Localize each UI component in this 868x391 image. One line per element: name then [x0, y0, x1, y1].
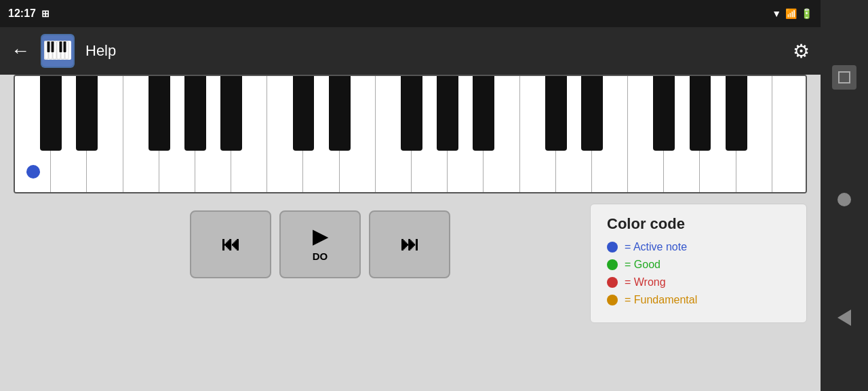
prev-button[interactable]: ⏮ — [190, 210, 271, 278]
color-dot — [607, 259, 618, 270]
color-label: = Active note — [625, 241, 687, 253]
color-dot — [607, 242, 618, 253]
piano-container — [14, 75, 807, 193]
black-key[interactable] — [437, 76, 458, 151]
signal-icon: 📶 — [785, 8, 797, 19]
svg-rect-10 — [60, 41, 62, 52]
color-code-item: = Good — [607, 259, 790, 271]
next-button[interactable]: ⏭ — [369, 210, 450, 278]
wifi-icon: ▼ — [772, 8, 781, 19]
sidebar-square-icon — [832, 65, 856, 90]
color-label: = Wrong — [625, 276, 666, 288]
battery-icon: 🔋 — [801, 8, 812, 19]
black-key[interactable] — [293, 76, 315, 151]
sync-icon: ⊞ — [41, 8, 50, 19]
black-key[interactable] — [653, 76, 675, 151]
black-key[interactable] — [473, 76, 494, 151]
black-key[interactable] — [690, 76, 711, 151]
right-sidebar — [821, 0, 868, 391]
top-bar: ← Help ⚙ — [0, 27, 821, 75]
color-label: = Good — [625, 259, 660, 271]
white-key[interactable] — [772, 76, 807, 193]
next-icon: ⏭ — [400, 235, 419, 254]
time-display: 12:17 — [8, 7, 36, 20]
black-key[interactable] — [149, 76, 170, 151]
color-code-items: = Active note = Good = Wrong = Fundament… — [607, 241, 790, 306]
black-key[interactable] — [726, 76, 747, 151]
color-label: = Fundamental — [625, 294, 697, 306]
black-key[interactable] — [581, 76, 603, 151]
app-icon — [41, 34, 75, 68]
svg-rect-9 — [52, 41, 54, 52]
sidebar-triangle-icon — [837, 310, 851, 326]
sidebar-circle-icon — [837, 193, 851, 206]
black-key[interactable] — [184, 76, 206, 151]
svg-rect-11 — [64, 41, 66, 52]
color-code-item: = Active note — [607, 241, 790, 253]
svg-rect-8 — [47, 41, 50, 52]
color-code-item: = Wrong — [607, 276, 790, 288]
black-key[interactable] — [329, 76, 351, 151]
black-key[interactable] — [401, 76, 422, 151]
color-code-item: = Fundamental — [607, 294, 790, 306]
color-dot — [607, 277, 618, 288]
black-key[interactable] — [220, 76, 242, 151]
play-button[interactable]: ▶ DO — [279, 210, 361, 278]
play-icon: ▶ — [313, 227, 328, 246]
color-dot — [607, 295, 618, 305]
playback-controls: ⏮ ▶ DO ⏭ — [190, 210, 450, 278]
black-key[interactable] — [40, 76, 62, 151]
prev-icon: ⏮ — [221, 235, 240, 254]
black-key[interactable] — [76, 76, 98, 151]
controls-area: ⏮ ▶ DO ⏭ Color code = Active note = Good… — [14, 204, 807, 323]
piano-keyboard — [15, 76, 806, 192]
settings-button[interactable]: ⚙ — [793, 40, 810, 62]
note-label: DO — [313, 250, 328, 262]
active-note-dot — [26, 165, 40, 179]
page-title: Help — [85, 42, 782, 60]
status-bar: 12:17 ⊞ ▼ 📶 🔋 — [0, 0, 821, 27]
color-code-title: Color code — [607, 215, 790, 233]
back-button[interactable]: ← — [11, 40, 30, 62]
color-code-box: Color code = Active note = Good = Wrong … — [590, 204, 807, 323]
black-key[interactable] — [545, 76, 567, 151]
